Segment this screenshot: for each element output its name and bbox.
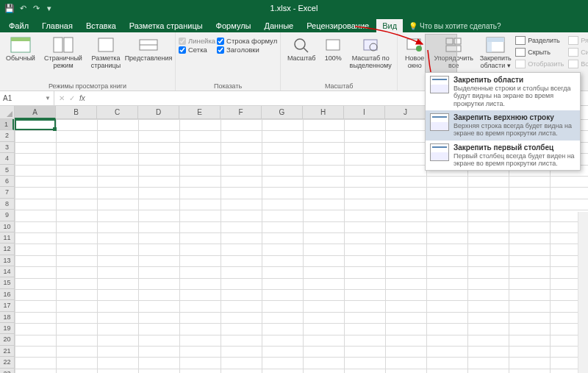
row-header-12[interactable]: 12 [0, 244, 14, 255]
row-header-19[interactable]: 19 [0, 323, 14, 334]
row-header-15[interactable]: 15 [0, 277, 14, 288]
tab-insert[interactable]: Вставка [80, 19, 122, 32]
column-header-A[interactable]: A [15, 106, 56, 119]
page-break-button[interactable]: Страничный режим [40, 34, 87, 71]
tab-data[interactable]: Данные [258, 19, 299, 32]
zoom-100-icon [323, 35, 343, 54]
select-all-corner[interactable] [0, 106, 15, 119]
row-header-20[interactable]: 20 [0, 334, 14, 345]
sync-scroll-button: Синхронная прокрутка [567, 47, 588, 57]
headings-checkbox[interactable]: Заголовки [217, 46, 277, 54]
title-bar: 💾 ↶ ↷ ▾ 1.xlsx - Excel [0, 0, 588, 16]
column-header-F[interactable]: F [220, 106, 262, 119]
svg-rect-3 [64, 38, 73, 52]
custom-views-button[interactable]: Представления [125, 34, 172, 64]
qat-dropdown-icon[interactable]: ▾ [44, 3, 54, 13]
group-label-show: Показать [179, 82, 277, 90]
row-header-22[interactable]: 22 [0, 357, 14, 368]
row-header-8[interactable]: 8 [0, 199, 14, 210]
svg-rect-1 [11, 38, 30, 41]
column-header-J[interactable]: J [385, 106, 426, 119]
svg-rect-9 [326, 40, 340, 50]
gridlines-checkbox[interactable]: Сетка [179, 46, 215, 54]
freeze-top-row-item[interactable]: Закрепить верхнюю строку Верхняя строка … [426, 110, 580, 141]
row-header-17[interactable]: 17 [0, 300, 14, 311]
formula-bar-checkbox[interactable]: Строка формул [217, 37, 277, 45]
tab-home[interactable]: Главная [36, 19, 79, 32]
freeze-panes-icon [485, 35, 506, 54]
zoom-100-button[interactable]: 100% [320, 34, 345, 64]
column-header-G[interactable]: G [262, 106, 303, 119]
page-layout-button[interactable]: Разметка страницы [88, 34, 123, 71]
fx-icon[interactable]: fx [79, 94, 85, 102]
freeze-first-column-item[interactable]: Закрепить первый столбец Первый столбец … [426, 141, 580, 171]
tab-file[interactable]: Файл [3, 19, 35, 32]
row-header-9[interactable]: 9 [0, 210, 14, 221]
quick-access-toolbar: 💾 ↶ ↷ ▾ [0, 3, 54, 13]
cancel-icon: ✕ [59, 94, 65, 102]
svg-point-7 [295, 39, 305, 49]
row-header-18[interactable]: 18 [0, 312, 14, 323]
ruler-checkbox: Линейка [179, 37, 215, 45]
row-header-7[interactable]: 7 [0, 187, 14, 198]
row-header-14[interactable]: 14 [0, 266, 14, 277]
row-header-13[interactable]: 13 [0, 255, 14, 266]
zoom-selection-icon [360, 35, 381, 54]
svg-rect-19 [487, 38, 492, 52]
freeze-panes-item[interactable]: Закрепить области Выделенные строки и ст… [426, 73, 580, 110]
tab-formulas[interactable]: Формулы [210, 19, 257, 32]
tab-page-layout[interactable]: Разметка страницы [123, 19, 209, 32]
svg-rect-4 [98, 38, 113, 51]
zoom-button[interactable]: Масштаб [284, 34, 319, 64]
column-header-C[interactable]: C [97, 106, 138, 119]
column-header-H[interactable]: H [303, 106, 344, 119]
undo-icon[interactable]: ↶ [18, 3, 28, 13]
freeze-panes-item-icon [430, 76, 449, 93]
tab-review[interactable]: Рецензирование [301, 19, 375, 32]
vertical-scrollbar[interactable] [578, 212, 588, 373]
save-icon[interactable]: 💾 [4, 3, 15, 13]
custom-views-icon [138, 35, 159, 54]
sync-scroll-icon [568, 48, 578, 57]
zoom-selection-button[interactable]: Масштаб по выделенному [347, 34, 394, 71]
column-header-B[interactable]: B [56, 106, 97, 119]
row-header-10[interactable]: 10 [0, 221, 14, 232]
hide-button[interactable]: Скрыть [514, 47, 565, 57]
page-layout-icon [96, 35, 116, 54]
column-header-E[interactable]: E [179, 106, 220, 119]
row-header-16[interactable]: 16 [0, 289, 14, 300]
row-header-3[interactable]: 3 [0, 142, 14, 153]
normal-view-button[interactable]: Обычный [3, 34, 38, 64]
svg-rect-2 [54, 38, 62, 52]
group-label-views: Режимы просмотра книги [3, 82, 172, 90]
row-header-4[interactable]: 4 [0, 153, 14, 164]
row-header-5[interactable]: 5 [0, 165, 14, 176]
row-header-6[interactable]: 6 [0, 176, 14, 187]
hide-icon [515, 48, 526, 57]
tell-me[interactable]: 💡 Что вы хотите сделать? [409, 22, 501, 32]
row-header-21[interactable]: 21 [0, 346, 14, 357]
ribbon-tabs: Файл Главная Вставка Разметка страницы Ф… [0, 16, 588, 32]
group-label-zoom: Масштаб [284, 82, 394, 90]
normal-view-icon [10, 35, 31, 54]
split-button[interactable]: Разделить [514, 35, 565, 46]
name-box-dropdown-icon[interactable]: ▼ [45, 95, 51, 102]
svg-line-8 [304, 48, 308, 52]
redo-icon[interactable]: ↷ [31, 3, 41, 13]
column-header-D[interactable]: D [138, 106, 179, 119]
freeze-panes-menu: Закрепить области Выделенные строки и ст… [425, 72, 581, 171]
selected-cell[interactable] [15, 119, 56, 130]
freeze-panes-button[interactable]: Закрепить области ▾ [478, 34, 512, 71]
page-break-icon [53, 35, 74, 54]
row-header-23[interactable]: 23 [0, 369, 14, 373]
row-header-2[interactable]: 2 [0, 130, 14, 141]
tab-view[interactable]: Вид [376, 19, 403, 32]
row-headers[interactable]: 1234567891011121314151617181920212223 [0, 119, 15, 373]
svg-point-13 [416, 46, 422, 51]
name-box[interactable]: A1 ▼ [0, 91, 54, 105]
tell-me-label: Что вы хотите сделать? [420, 22, 501, 30]
split-icon [515, 36, 526, 45]
row-header-1[interactable]: 1 [0, 119, 14, 130]
row-header-11[interactable]: 11 [0, 232, 14, 244]
column-header-I[interactable]: I [344, 106, 385, 119]
